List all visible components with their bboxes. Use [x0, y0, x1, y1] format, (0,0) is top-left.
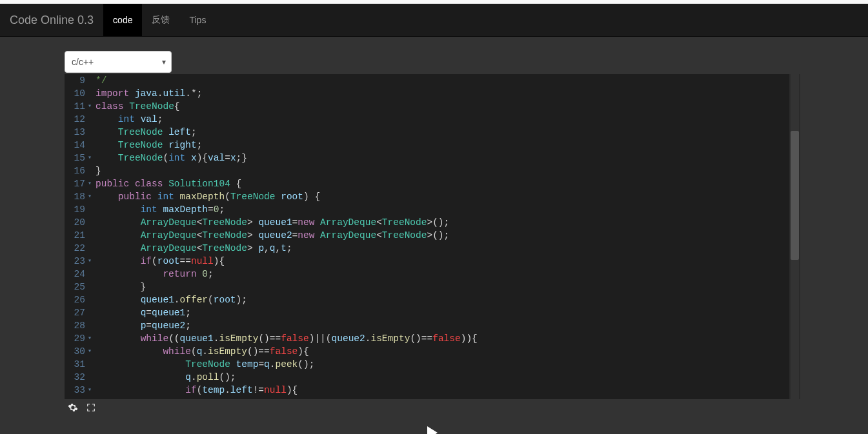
tab-feedback[interactable]: 反馈 — [142, 4, 179, 36]
code-line[interactable]: TreeNode right; — [96, 139, 800, 152]
line-number: 16 — [65, 164, 85, 177]
line-number: 23 — [65, 255, 85, 268]
line-number: 21 — [65, 229, 85, 242]
code-line[interactable]: q=queue1; — [96, 306, 800, 319]
code-editor[interactable]: 9101112131415161718192021222324252627282… — [65, 74, 800, 399]
fold-marker — [88, 164, 94, 177]
code-line[interactable]: ArrayDeque<TreeNode> queue1=new ArrayDeq… — [96, 216, 800, 229]
nav-tabs: code 反馈 Tips — [103, 4, 216, 36]
line-number: 20 — [65, 216, 85, 229]
fold-marker — [88, 319, 94, 332]
line-number: 19 — [65, 203, 85, 216]
fold-marker — [88, 268, 94, 281]
editor-gutter: 9101112131415161718192021222324252627282… — [65, 74, 88, 399]
editor-code-area[interactable]: */import java.util.*;class TreeNode{ int… — [94, 74, 800, 399]
fold-marker — [88, 203, 94, 216]
code-line[interactable]: ArrayDeque<TreeNode> p,q,t; — [96, 242, 800, 255]
line-number: 33 — [65, 384, 85, 397]
fold-marker[interactable]: ▾ — [88, 384, 94, 397]
code-line[interactable]: q.poll(); — [96, 371, 800, 384]
code-line[interactable]: ArrayDeque<TreeNode> queue2=new ArrayDeq… — [96, 229, 800, 242]
navbar: Code Online 0.3 code 反馈 Tips — [0, 4, 868, 37]
code-line[interactable]: int val; — [96, 113, 800, 126]
settings-icon[interactable] — [67, 402, 79, 413]
line-number: 17 — [65, 177, 85, 190]
app-brand: Code Online 0.3 — [0, 4, 103, 36]
line-number: 11 — [65, 100, 85, 113]
line-number: 30 — [65, 345, 85, 358]
fold-marker[interactable]: ▾ — [88, 345, 94, 358]
fold-marker[interactable]: ▾ — [88, 255, 94, 268]
line-number: 25 — [65, 281, 85, 293]
fold-marker — [88, 216, 94, 229]
fold-marker — [88, 139, 94, 152]
run-bar — [65, 426, 800, 434]
fold-marker — [88, 293, 94, 306]
editor-scrollbar[interactable] — [789, 74, 800, 399]
fold-marker — [88, 371, 94, 384]
line-number: 14 — [65, 139, 85, 152]
fold-marker[interactable]: ▾ — [88, 152, 94, 164]
code-line[interactable]: if(temp.left!=null){ — [96, 384, 800, 397]
code-line[interactable]: TreeNode temp=q.peek(); — [96, 358, 800, 371]
content-area: c/c++ 9101112131415161718192021222324252… — [0, 37, 868, 434]
code-line[interactable]: */ — [96, 74, 800, 87]
code-line[interactable]: public class Solution104 { — [96, 177, 800, 190]
code-line[interactable]: class TreeNode{ — [96, 100, 800, 113]
line-number: 13 — [65, 126, 85, 139]
line-number: 15 — [65, 152, 85, 164]
line-number: 22 — [65, 242, 85, 255]
fold-marker — [88, 126, 94, 139]
code-line[interactable]: while(q.isEmpty()==false){ — [96, 345, 800, 358]
code-line[interactable]: TreeNode(int x){val=x;} — [96, 152, 800, 164]
language-select-value: c/c++ — [72, 57, 94, 67]
fold-marker[interactable]: ▾ — [88, 332, 94, 345]
fold-marker — [88, 281, 94, 293]
line-number: 29 — [65, 332, 85, 345]
editor-fold-column: ▾▾▾▾▾▾▾▾ — [88, 74, 94, 399]
run-button[interactable] — [427, 426, 438, 434]
code-line[interactable]: int maxDepth=0; — [96, 203, 800, 216]
code-line[interactable]: } — [96, 281, 800, 293]
fold-marker[interactable]: ▾ — [88, 100, 94, 113]
code-line[interactable]: while((queue1.isEmpty()==false)||(queue2… — [96, 332, 800, 345]
scrollbar-thumb[interactable] — [791, 131, 799, 260]
code-line[interactable]: } — [96, 164, 800, 177]
line-number: 9 — [65, 74, 85, 87]
code-line[interactable]: TreeNode left; — [96, 126, 800, 139]
code-line[interactable]: if(root==null){ — [96, 255, 800, 268]
line-number: 26 — [65, 293, 85, 306]
fold-marker — [88, 229, 94, 242]
line-number: 24 — [65, 268, 85, 281]
code-line[interactable]: queue1.offer(root); — [96, 293, 800, 306]
fold-marker — [88, 242, 94, 255]
code-line[interactable]: import java.util.*; — [96, 87, 800, 100]
tab-tips[interactable]: Tips — [179, 4, 216, 36]
line-number: 28 — [65, 319, 85, 332]
fold-marker[interactable]: ▾ — [88, 190, 94, 203]
line-number: 27 — [65, 306, 85, 319]
line-number: 12 — [65, 113, 85, 126]
fold-marker[interactable]: ▾ — [88, 177, 94, 190]
tab-code[interactable]: code — [103, 4, 142, 36]
fold-marker — [88, 113, 94, 126]
language-select[interactable]: c/c++ — [65, 51, 172, 73]
fullscreen-icon[interactable] — [85, 402, 97, 413]
code-line[interactable]: return 0; — [96, 268, 800, 281]
fold-marker — [88, 87, 94, 100]
line-number: 10 — [65, 87, 85, 100]
line-number: 18 — [65, 190, 85, 203]
line-number: 31 — [65, 358, 85, 371]
code-line[interactable]: public int maxDepth(TreeNode root) { — [96, 190, 800, 203]
code-line[interactable]: p=queue2; — [96, 319, 800, 332]
fold-marker — [88, 306, 94, 319]
editor-bottom-toolbar — [65, 399, 800, 413]
fold-marker — [88, 74, 94, 87]
line-number: 32 — [65, 371, 85, 384]
fold-marker — [88, 358, 94, 371]
